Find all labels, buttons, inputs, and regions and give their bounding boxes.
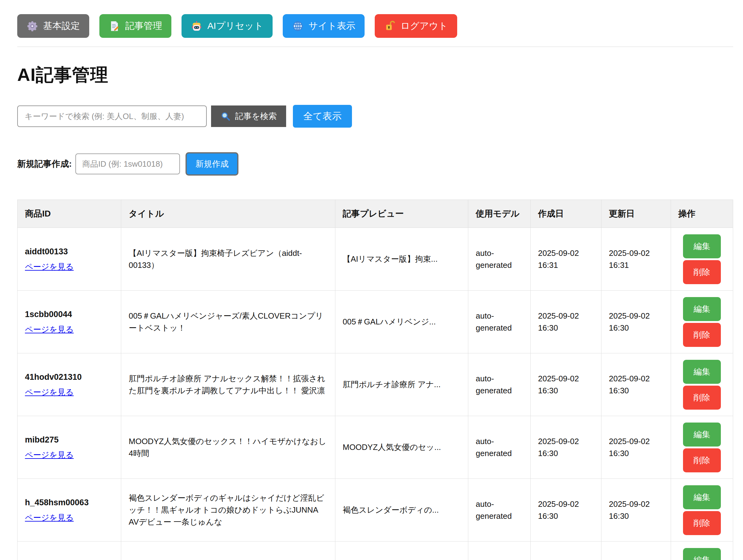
search-articles-label: 記事を検索: [235, 111, 277, 122]
header-preview: 記事プレビュー: [335, 200, 468, 228]
edit-button[interactable]: 編集: [683, 423, 721, 447]
actions-group: 編集 削除: [679, 297, 726, 347]
edit-button[interactable]: 編集: [683, 485, 721, 509]
view-page-link[interactable]: ページを見る: [25, 387, 74, 397]
delete-button[interactable]: 削除: [683, 323, 721, 347]
view-page-link[interactable]: ページを見る: [25, 262, 74, 271]
nav-view-site-button[interactable]: サイト表示: [283, 14, 364, 38]
model-cell: auto-generated: [468, 416, 530, 479]
table-row: 41hodv021310 ページを見る 肛門ポルチオ診療所 アナルセックス解禁！…: [17, 353, 733, 416]
top-nav: 基本設定 記事管理 AIプリセット サイト表示: [17, 0, 733, 38]
nav-logout-button[interactable]: ログアウト: [375, 14, 457, 38]
table-row: mibd275 ページを見る MOODYZ人気女優のセックス！！ハイモザかけなお…: [17, 416, 733, 479]
create-article-label: 新規記事作成:: [17, 158, 72, 170]
header-created: 作成日: [530, 200, 601, 228]
updated-cell: 2025-09-02 16:30: [601, 416, 671, 479]
table-row: dlbd100 ページを見る 編集 削除: [17, 542, 733, 560]
product-id-cell: 1scbb00044 ページを見る: [17, 291, 121, 353]
table-row: aiddt00133 ページを見る 【AIリマスター版】拘束椅子レズビアン（ai…: [17, 228, 733, 291]
view-page-link[interactable]: ページを見る: [25, 450, 74, 459]
actions-group: 編集 削除: [679, 234, 726, 284]
magnifier-icon: [220, 111, 231, 122]
title-cell: 褐色スレンダーボディのギャルはシャイだけど淫乱ビッチ！！黒ギャルオトコの娘ひめド…: [121, 479, 335, 542]
nav-ai-preset-label: AIプリセット: [207, 20, 263, 32]
preview-cell: 褐色スレンダーボディの...: [335, 479, 468, 542]
nav-ai-preset-button[interactable]: AIプリセット: [181, 14, 273, 38]
nav-view-site-label: サイト表示: [309, 20, 355, 32]
search-row: 記事を検索 全て表示: [17, 105, 733, 128]
created-cell: 2025-09-02 16:30: [530, 479, 601, 542]
product-id-input[interactable]: [75, 153, 180, 174]
title-cell: MOODYZ人気女優のセックス！！ハイモザかけなおし4時間: [121, 416, 335, 479]
actions-cell: 編集 削除: [671, 542, 733, 560]
actions-cell: 編集 削除: [671, 479, 733, 542]
edit-button[interactable]: 編集: [683, 548, 721, 560]
created-cell: 2025-09-02 16:31: [530, 228, 601, 291]
unlock-icon: [384, 20, 396, 32]
model-cell: auto-generated: [468, 479, 530, 542]
actions-cell: 編集 削除: [671, 228, 733, 291]
title-cell: 005＃GALハメリベンジャーズ/素人CLOVERコンプリートベストッ！: [121, 291, 335, 353]
model-cell: auto-generated: [468, 228, 530, 291]
robot-icon: [191, 20, 203, 32]
updated-cell: 2025-09-02 16:31: [601, 228, 671, 291]
table-row: h_458hsm00063 ページを見る 褐色スレンダーボディのギャルはシャイだ…: [17, 479, 733, 542]
actions-group: 編集 削除: [679, 360, 726, 410]
updated-cell: 2025-09-02 16:30: [601, 479, 671, 542]
nav-articles-button[interactable]: 記事管理: [99, 14, 171, 38]
articles-table: 商品ID タイトル 記事プレビュー 使用モデル 作成日 更新日 操作 aiddt…: [17, 199, 733, 560]
memo-icon: [108, 20, 120, 32]
page-title: AI記事管理: [17, 63, 733, 87]
delete-button[interactable]: 削除: [683, 511, 721, 535]
product-id-cell: mibd275 ページを見る: [17, 416, 121, 479]
header-divider: [17, 46, 733, 47]
product-id-cell: 41hodv021310 ページを見る: [17, 353, 121, 416]
header-actions: 操作: [671, 200, 733, 228]
preview-cell: [335, 542, 468, 560]
title-cell: 【AIリマスター版】拘束椅子レズビアン（aiddt-00133）: [121, 228, 335, 291]
header-title: タイトル: [121, 200, 335, 228]
model-cell: [468, 542, 530, 560]
table-body: aiddt00133 ページを見る 【AIリマスター版】拘束椅子レズビアン（ai…: [17, 228, 733, 560]
actions-cell: 編集 削除: [671, 291, 733, 353]
delete-button[interactable]: 削除: [683, 386, 721, 410]
actions-group: 編集 削除: [679, 548, 726, 560]
nav-settings-button[interactable]: 基本設定: [17, 14, 89, 38]
created-cell: 2025-09-02 16:30: [530, 416, 601, 479]
product-id: mibd275: [25, 434, 114, 446]
header-model: 使用モデル: [468, 200, 530, 228]
search-articles-button[interactable]: 記事を検索: [211, 105, 286, 127]
create-article-row: 新規記事作成: 新規作成: [17, 152, 733, 176]
created-cell: 2025-09-02 16:30: [530, 291, 601, 353]
product-id: h_458hsm00063: [25, 496, 114, 509]
product-id-cell: dlbd100 ページを見る: [17, 542, 121, 560]
header-product-id: 商品ID: [17, 200, 121, 228]
create-new-button[interactable]: 新規作成: [185, 152, 238, 176]
actions-cell: 編集 削除: [671, 416, 733, 479]
preview-cell: MOODYZ人気女優のセッ...: [335, 416, 468, 479]
view-page-link[interactable]: ページを見る: [25, 513, 74, 522]
product-id-cell: h_458hsm00063 ページを見る: [17, 479, 121, 542]
keyword-search-input[interactable]: [17, 105, 207, 127]
product-id: 41hodv021310: [25, 371, 114, 383]
edit-button[interactable]: 編集: [683, 297, 721, 321]
delete-button[interactable]: 削除: [683, 260, 721, 284]
product-id: 1scbb00044: [25, 308, 114, 321]
updated-cell: [601, 542, 671, 560]
updated-cell: 2025-09-02 16:30: [601, 291, 671, 353]
table-row: 1scbb00044 ページを見る 005＃GALハメリベンジャーズ/素人CLO…: [17, 291, 733, 353]
updated-cell: 2025-09-02 16:30: [601, 353, 671, 416]
actions-cell: 編集 削除: [671, 353, 733, 416]
delete-button[interactable]: 削除: [683, 448, 721, 472]
table-header-row: 商品ID タイトル 記事プレビュー 使用モデル 作成日 更新日 操作: [17, 200, 733, 228]
created-cell: [530, 542, 601, 560]
edit-button[interactable]: 編集: [683, 360, 721, 384]
view-page-link[interactable]: ページを見る: [25, 325, 74, 334]
actions-group: 編集 削除: [679, 423, 726, 472]
product-id: aiddt00133: [25, 245, 114, 258]
show-all-button[interactable]: 全て表示: [293, 105, 352, 128]
nav-articles-label: 記事管理: [125, 20, 162, 32]
globe-icon: [292, 20, 304, 32]
edit-button[interactable]: 編集: [683, 234, 721, 258]
preview-cell: 005＃GALハメリベンジ...: [335, 291, 468, 353]
